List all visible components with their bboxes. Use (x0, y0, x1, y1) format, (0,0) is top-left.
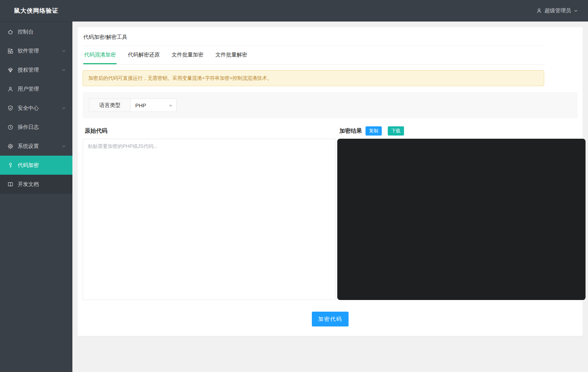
language-select[interactable]: PHP (130, 98, 177, 112)
editor-columns: 原始代码 加密结果 复制 下载 (83, 126, 578, 300)
diamond-icon (7, 67, 13, 73)
download-button[interactable]: 下载 (388, 126, 404, 136)
encrypt-button[interactable]: 加密代码 (312, 312, 349, 326)
sidebar-item-label: 软件管理 (18, 48, 61, 54)
sidebar-item-dashboard[interactable]: 控制台 (0, 22, 72, 41)
sidebar-item-label: 用户管理 (18, 86, 66, 92)
page-title: 代码加密/解密工具 (83, 27, 544, 46)
sidebar-item-users[interactable]: 用户管理 (0, 79, 72, 98)
sidebar-item-security[interactable]: 安全中心 (0, 98, 72, 118)
language-select-value: PHP (135, 102, 146, 108)
topbar: 超级管理员 (72, 0, 588, 22)
sidebar-item-label: 控制台 (18, 29, 66, 35)
book-icon (7, 181, 13, 187)
chevron-down-icon (574, 8, 578, 13)
sidebar-item-label: 开发文档 (18, 181, 66, 188)
chevron-down-icon (61, 68, 66, 72)
sidebar-menu: 控制台软件管理授权管理用户管理安全中心操作日志系统设置代码加密开发文档 (0, 22, 72, 194)
info-alert: 加密后的代码可直接运行，无需密钥。采用变量混淆+字符串加密+控制流混淆技术。 (83, 70, 544, 86)
sidebar-item-code-encrypt[interactable]: 代码加密 (0, 156, 72, 175)
chevron-down-icon (61, 49, 66, 53)
sidebar-item-label: 代码加密 (18, 162, 66, 169)
tab-4[interactable]: 文件批量解密 (215, 46, 248, 64)
user-name: 超级管理员 (545, 7, 571, 14)
sidebar-item-label: 系统设置 (18, 143, 61, 150)
sidebar-item-license[interactable]: 授权管理 (0, 60, 72, 79)
action-row: 加密代码 (83, 312, 578, 326)
source-label: 原始代码 (83, 127, 107, 135)
language-form: 语言类型 PHP (83, 92, 578, 118)
source-column: 原始代码 (83, 126, 335, 300)
tab-2[interactable]: 代码解密还原 (127, 46, 160, 64)
card-head: 代码加密/解密工具 代码混淆加密代码解密还原文件批量加密文件批量解密 加密后的代… (83, 27, 544, 86)
tool-card: 代码加密/解密工具 代码混淆加密代码解密还原文件批量加密文件批量解密 加密后的代… (78, 27, 583, 336)
user-menu[interactable]: 超级管理员 (536, 7, 578, 14)
sidebar-item-settings[interactable]: 系统设置 (0, 137, 72, 156)
sidebar-item-logs[interactable]: 操作日志 (0, 118, 72, 137)
main-content: 代码加密/解密工具 代码混淆加密代码解密还原文件批量加密文件批量解密 加密后的代… (72, 22, 588, 372)
tab-3[interactable]: 文件批量加密 (171, 46, 204, 64)
sidebar-item-label: 安全中心 (18, 105, 61, 112)
person-icon (536, 8, 542, 14)
result-column: 加密结果 复制 下载 (337, 126, 586, 300)
app-logo: 鼠大侠网络验证 (0, 0, 72, 22)
tab-bar: 代码混淆加密代码解密还原文件批量加密文件批量解密 (83, 46, 544, 65)
language-label: 语言类型 (89, 98, 131, 112)
encrypted-result-panel[interactable] (337, 139, 586, 300)
home-icon (7, 29, 13, 35)
sidebar: 鼠大侠网络验证 控制台软件管理授权管理用户管理安全中心操作日志系统设置代码加密开… (0, 0, 72, 372)
chevron-down-icon (61, 106, 66, 110)
shield-icon (7, 105, 13, 111)
key-icon (7, 162, 13, 168)
caret-down-icon (169, 105, 172, 107)
user-icon (7, 86, 13, 92)
copy-button[interactable]: 复制 (366, 126, 382, 136)
sidebar-item-label: 操作日志 (18, 124, 66, 131)
chevron-down-icon (61, 144, 66, 149)
source-code-input[interactable] (83, 139, 335, 300)
clock-icon (7, 124, 13, 130)
result-label: 加密结果 (337, 127, 362, 135)
sidebar-item-label: 授权管理 (18, 67, 61, 73)
sidebar-item-docs[interactable]: 开发文档 (0, 175, 72, 194)
apps-icon (7, 48, 13, 54)
gear-icon (7, 143, 13, 149)
tab-1[interactable]: 代码混淆加密 (83, 46, 117, 64)
sidebar-item-software[interactable]: 软件管理 (0, 41, 72, 60)
